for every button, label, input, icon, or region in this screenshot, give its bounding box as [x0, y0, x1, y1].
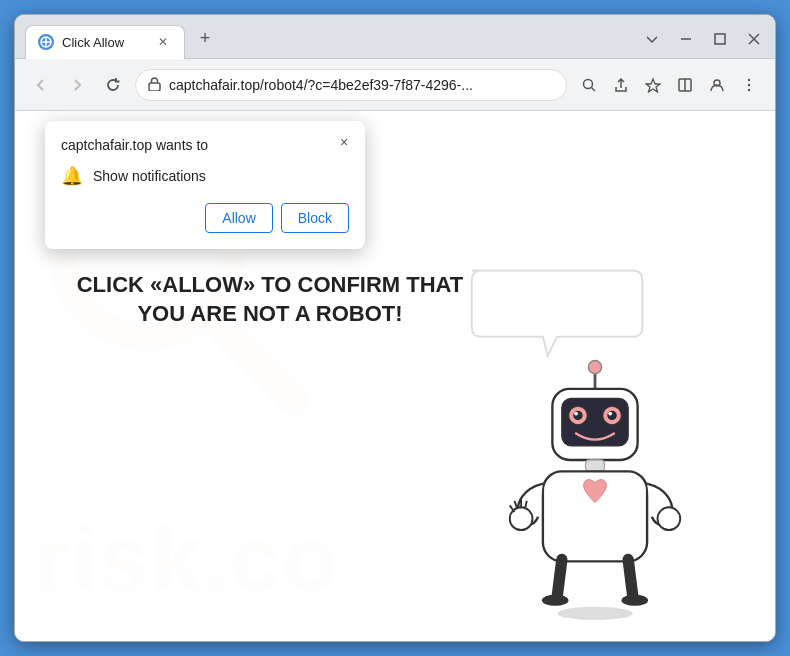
svg-point-27 [574, 412, 578, 416]
svg-point-20 [588, 360, 601, 373]
notification-label: Show notifications [93, 168, 206, 184]
new-tab-button[interactable]: + [191, 25, 219, 53]
svg-point-25 [573, 411, 582, 420]
browser-tab[interactable]: Click Allow ✕ [25, 25, 185, 59]
title-bar: Click Allow ✕ + [15, 15, 775, 59]
tab-close-button[interactable]: ✕ [154, 33, 172, 51]
search-icon[interactable] [575, 71, 603, 99]
svg-marker-10 [646, 79, 660, 92]
window-controls [641, 28, 765, 50]
back-button[interactable] [27, 71, 55, 99]
popup-title: captchafair.top wants to [61, 137, 349, 153]
svg-point-16 [748, 88, 750, 90]
browser-window: Click Allow ✕ + [14, 14, 776, 642]
svg-point-26 [607, 411, 616, 420]
url-bar[interactable]: captchafair.top/robot4/?c=4be2ef39-7f87-… [135, 69, 567, 101]
svg-point-36 [658, 507, 681, 530]
robot-character [455, 261, 735, 621]
svg-rect-4 [715, 34, 725, 44]
notification-row: 🔔 Show notifications [61, 165, 349, 187]
close-window-button[interactable] [743, 28, 765, 50]
toolbar-icons [575, 71, 763, 99]
svg-point-39 [557, 607, 633, 620]
collapse-button[interactable] [641, 28, 663, 50]
split-view-icon[interactable] [671, 71, 699, 99]
svg-point-8 [584, 79, 593, 88]
page-content: risk.co captchafair.top wants to × 🔔 Sho… [15, 111, 775, 641]
svg-line-9 [592, 87, 596, 91]
tab-favicon [38, 34, 54, 50]
lock-icon [148, 76, 161, 94]
popup-close-button[interactable]: × [333, 131, 355, 153]
svg-point-28 [608, 412, 612, 416]
main-page-text: CLICK «ALLOW» TO CONFIRM THAT YOU ARE NO… [55, 271, 485, 328]
block-button[interactable]: Block [281, 203, 349, 233]
minimize-button[interactable] [675, 28, 697, 50]
captcha-instruction: CLICK «ALLOW» TO CONFIRM THAT YOU ARE NO… [55, 271, 485, 328]
svg-point-15 [748, 83, 750, 85]
notification-popup: captchafair.top wants to × 🔔 Show notifi… [45, 121, 365, 249]
svg-rect-29 [586, 460, 605, 471]
url-text: captchafair.top/robot4/?c=4be2ef39-7f87-… [169, 77, 554, 93]
maximize-button[interactable] [709, 28, 731, 50]
svg-point-37 [542, 594, 569, 605]
svg-line-33 [514, 501, 517, 510]
svg-line-18 [210, 316, 294, 400]
refresh-button[interactable] [99, 71, 127, 99]
allow-button[interactable]: Allow [205, 203, 272, 233]
robot-svg [455, 261, 735, 621]
bookmark-icon[interactable] [639, 71, 667, 99]
svg-point-14 [748, 78, 750, 80]
svg-point-38 [622, 594, 649, 605]
forward-button[interactable] [63, 71, 91, 99]
menu-icon[interactable] [735, 71, 763, 99]
bell-icon: 🔔 [61, 165, 83, 187]
tab-title-text: Click Allow [62, 35, 124, 50]
svg-rect-7 [149, 83, 160, 91]
profile-icon[interactable] [703, 71, 731, 99]
address-bar: captchafair.top/robot4/?c=4be2ef39-7f87-… [15, 59, 775, 111]
watermark-text: risk.co [35, 508, 339, 611]
share-icon[interactable] [607, 71, 635, 99]
popup-buttons: Allow Block [61, 203, 349, 233]
